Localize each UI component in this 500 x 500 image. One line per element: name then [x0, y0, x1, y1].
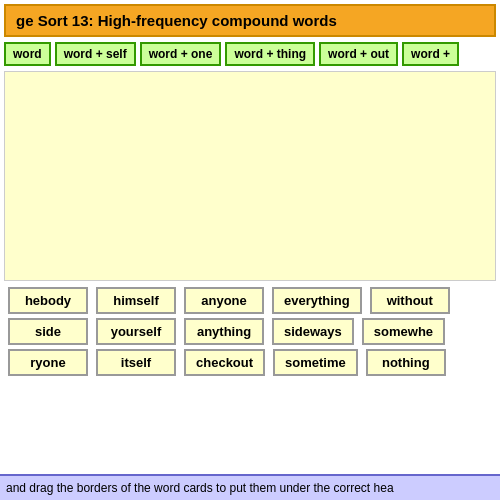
word-row-2: ryoneitselfcheckoutsometimenothing — [4, 349, 496, 376]
word-card-0-3[interactable]: everything — [272, 287, 362, 314]
word-row-0: hebodyhimselfanyoneeverythingwithout — [4, 287, 496, 314]
word-cards-area: hebodyhimselfanyoneeverythingwithoutside… — [0, 281, 500, 382]
word-row-1: sideyourselfanythingsidewayssomewhe — [4, 318, 496, 345]
word-card-0-2[interactable]: anyone — [184, 287, 264, 314]
word-card-1-0[interactable]: side — [8, 318, 88, 345]
instructions-bar: and drag the borders of the word cards t… — [0, 474, 500, 500]
word-card-1-4[interactable]: somewhe — [362, 318, 445, 345]
word-card-0-0[interactable]: hebody — [8, 287, 88, 314]
title-bar: ge Sort 13: High-frequency compound word… — [4, 4, 496, 37]
word-card-0-1[interactable]: himself — [96, 287, 176, 314]
category-tab-cat-out[interactable]: word + out — [319, 42, 398, 66]
word-card-2-1[interactable]: itself — [96, 349, 176, 376]
word-card-1-1[interactable]: yourself — [96, 318, 176, 345]
word-card-1-3[interactable]: sideways — [272, 318, 354, 345]
word-card-2-3[interactable]: sometime — [273, 349, 358, 376]
category-tab-cat-self[interactable]: word + self — [55, 42, 136, 66]
category-tab-cat-one[interactable]: word + one — [140, 42, 222, 66]
drop-area[interactable] — [4, 71, 496, 281]
title-text: ge Sort 13: High-frequency compound word… — [16, 12, 337, 29]
instructions-text: and drag the borders of the word cards t… — [6, 481, 394, 495]
word-card-2-4[interactable]: nothing — [366, 349, 446, 376]
category-tab-cat-word[interactable]: word — [4, 42, 51, 66]
category-tab-cat-more[interactable]: word + — [402, 42, 459, 66]
word-card-1-2[interactable]: anything — [184, 318, 264, 345]
word-card-2-2[interactable]: checkout — [184, 349, 265, 376]
category-tab-cat-thing[interactable]: word + thing — [225, 42, 315, 66]
category-bar: wordword + selfword + oneword + thingwor… — [0, 37, 500, 71]
word-card-0-4[interactable]: without — [370, 287, 450, 314]
word-card-2-0[interactable]: ryone — [8, 349, 88, 376]
